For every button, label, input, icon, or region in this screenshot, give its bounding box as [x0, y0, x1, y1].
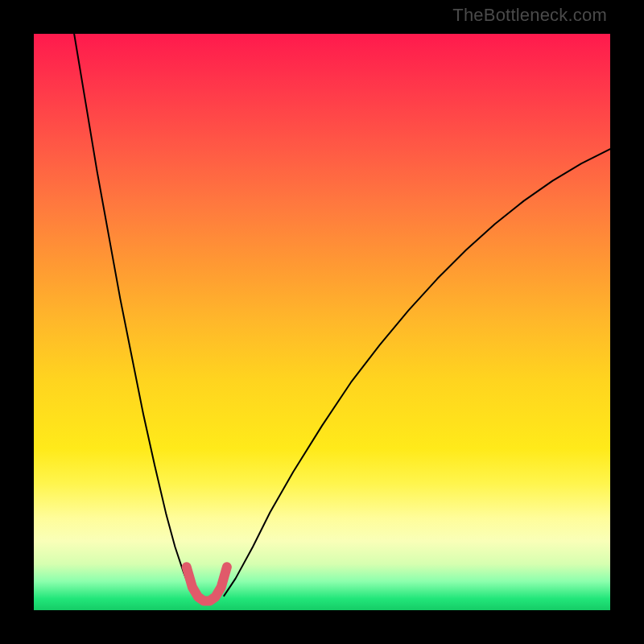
watermark-label: TheBottleneck.com — [452, 5, 607, 26]
plot-area — [34, 34, 610, 610]
series-right-branch — [224, 149, 610, 596]
series-left-branch — [74, 34, 195, 596]
series-valley-highlight — [187, 567, 227, 601]
chart-frame: TheBottleneck.com — [0, 0, 644, 644]
chart-svg — [34, 34, 610, 610]
